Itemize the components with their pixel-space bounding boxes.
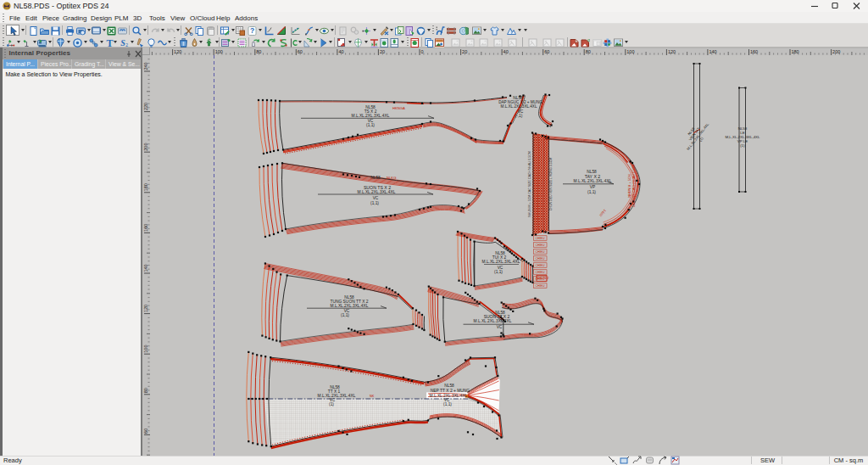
svg-text:VC: VC — [373, 196, 379, 200]
svg-text:100: 100 — [215, 49, 223, 54]
svg-text:NK: NK — [370, 395, 375, 398]
svg-text:(1,1): (1,1) — [341, 313, 349, 317]
svg-text:180: 180 — [143, 183, 148, 191]
svg-text:60: 60 — [298, 49, 303, 54]
svg-text:(1,1): (1,1) — [370, 201, 379, 205]
svg-text:M.L.XL.2XL.3XL.4XL: M.L.XL.2XL.3XL.4XL — [482, 260, 520, 264]
svg-text:CHIEU: CHIEU — [535, 237, 545, 240]
svg-text:100: 100 — [143, 345, 148, 353]
svg-text:NHUN M + 5CM: NHUN M + 5CM — [628, 174, 632, 198]
svg-text:M.L.XL.2XL.3XL.4XL: M.L.XL.2XL.3XL.4XL — [331, 304, 369, 308]
svg-text:(1,1): (1,1) — [366, 123, 375, 127]
svg-text:CAC SIZE CACH NHAU 0.5CM: CAC SIZE CACH NHAU 0.5CM — [632, 165, 636, 208]
svg-text:NHUN M + 5CM CAC SIZE CACH NHA: NHUN M + 5CM CAC SIZE CACH NHAU 0.5CM — [528, 151, 531, 217]
svg-text:?: ? — [250, 26, 254, 35]
svg-text:NL58: NL58 — [370, 176, 381, 180]
svg-text:40: 40 — [504, 49, 509, 54]
svg-text:CHIEU: CHIEU — [535, 284, 545, 288]
svg-text:NL58: NL58 — [444, 384, 454, 388]
svg-text:T: T — [106, 38, 113, 48]
svg-text:240: 240 — [143, 62, 148, 70]
svg-text:160: 160 — [750, 49, 758, 54]
svg-text:M.L.XL.2XL.3XL.4XL: M.L.XL.2XL.3XL.4XL — [574, 179, 612, 183]
svg-text:120: 120 — [143, 305, 148, 312]
svg-text:M.L.XL.2XL.3XL.4XL: M.L.XL.2XL.3XL.4XL — [318, 394, 356, 398]
svg-text:CHIEU: CHIEU — [535, 257, 545, 261]
svg-text:NL58: NL58 — [513, 96, 523, 100]
svg-text:CHIEU: CHIEU — [535, 264, 545, 267]
svg-text:CHIEU: CHIEU — [535, 271, 545, 274]
svg-text:100: 100 — [626, 49, 634, 54]
svg-text:M.L.XL.2XL.3XL.4XL: M.L.XL.2XL.3XL.4XL — [501, 104, 537, 109]
svg-text:(-,1): (-,1) — [515, 114, 523, 118]
svg-text:(1,1): (1,1) — [443, 402, 452, 406]
svg-text:120: 120 — [668, 49, 676, 54]
svg-text:80: 80 — [586, 49, 591, 54]
svg-text:160: 160 — [143, 224, 148, 232]
svg-text:20: 20 — [380, 49, 385, 54]
svg-text:VP: VP — [590, 185, 595, 189]
svg-text:VC: VC — [444, 398, 450, 402]
svg-text:M.L.XL.2XL.3XL.4XL: M.L.XL.2XL.3XL.4XL — [358, 190, 396, 194]
svg-text:60: 60 — [143, 429, 148, 434]
svg-text:TAY X 2: TAY X 2 — [585, 174, 601, 179]
svg-text:(1,1): (1,1) — [494, 270, 503, 274]
svg-text:200: 200 — [832, 49, 840, 54]
svg-text:220: 220 — [143, 103, 148, 110]
svg-text:180: 180 — [792, 49, 799, 54]
svg-text:(1,1): (1,1) — [587, 190, 596, 194]
svg-text:M.L.XL.2XL.3XL.4XL: M.L.XL.2XL.3XL.4XL — [474, 319, 512, 323]
svg-text:α: α — [587, 38, 590, 42]
svg-text:0: 0 — [421, 49, 424, 54]
svg-text:140: 140 — [143, 264, 148, 272]
svg-text:NL58: NL58 — [365, 105, 376, 109]
svg-text:140: 140 — [709, 49, 716, 54]
svg-text:CHIEU: CHIEU — [535, 277, 545, 281]
svg-text:CHUN DEU VEN SIZE L RONG 3.5CM: CHUN DEU VEN SIZE L RONG 3.5CM — [549, 158, 553, 211]
svg-text:CHIEU: CHIEU — [535, 250, 545, 254]
svg-text:(1): (1) — [740, 143, 745, 148]
svg-text:200: 200 — [143, 143, 148, 151]
svg-text:NEP TT X 2 + MUNG: NEP TT X 2 + MUNG — [431, 389, 470, 393]
svg-text:80: 80 — [143, 388, 148, 393]
svg-text:120: 120 — [174, 49, 181, 54]
svg-text:NL58: NL58 — [344, 295, 354, 300]
svg-text:CHIEU: CHIEU — [535, 244, 545, 247]
svg-text:NLKG: NLKG — [387, 176, 396, 180]
svg-text:(1): (1) — [329, 402, 334, 406]
svg-text:HKNGA: HKNGA — [392, 106, 405, 110]
svg-text:VC: VC — [497, 325, 503, 329]
